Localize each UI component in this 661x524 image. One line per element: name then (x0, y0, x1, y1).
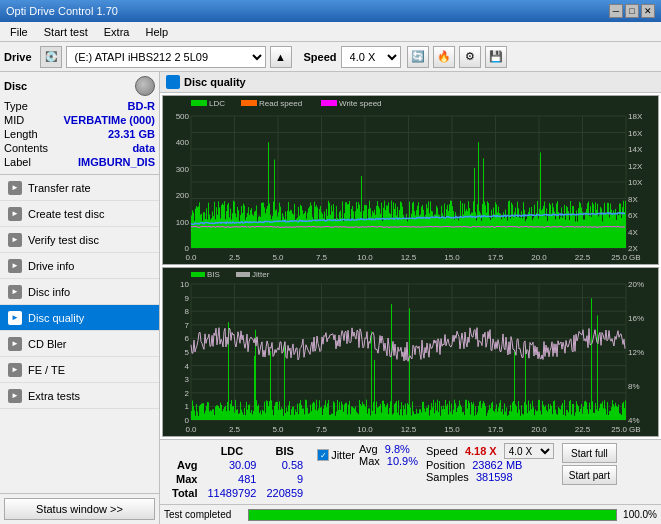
chart2-container (162, 267, 659, 437)
close-button[interactable]: ✕ (641, 4, 655, 18)
chart2-canvas (163, 268, 658, 436)
jitter-section: ✓ Jitter Avg 9.8% Max 10.9% (317, 443, 418, 467)
nav-item-icon-disc-info: ► (8, 285, 22, 299)
drive-icon: 💽 (40, 46, 62, 68)
start-part-button[interactable]: Start part (562, 465, 617, 485)
stats-bis-header: BIS (262, 445, 307, 457)
position-value: 23862 MB (472, 459, 522, 471)
settings-button[interactable]: ⚙ (459, 46, 481, 68)
disc-type-value: BD-R (128, 100, 156, 112)
nav-item-transfer-rate[interactable]: ►Transfer rate (0, 175, 159, 201)
charts-area (160, 93, 661, 439)
chart-header: Disc quality (160, 72, 661, 93)
main-content: Disc Type BD-R MID VERBATIMe (000) Lengt… (0, 72, 661, 524)
disc-type-label: Type (4, 100, 28, 112)
speed-label: Speed (304, 51, 337, 63)
chart-title: Disc quality (184, 76, 246, 88)
chart1-container (162, 95, 659, 265)
disc-contents-row: Contents data (4, 142, 155, 154)
stats-avg-label: Avg (168, 459, 201, 471)
minimize-button[interactable]: ─ (609, 4, 623, 18)
menu-bar: File Start test Extra Help (0, 22, 661, 42)
sidebar: Disc Type BD-R MID VERBATIMe (000) Lengt… (0, 72, 160, 524)
sidebar-bottom: Status window >> (0, 493, 159, 524)
drive-label: Drive (4, 51, 32, 63)
title-bar-text: Opti Drive Control 1.70 (6, 5, 118, 17)
title-bar: Opti Drive Control 1.70 ─ □ ✕ (0, 0, 661, 22)
drive-select[interactable]: (E:) ATAPI iHBS212 2 5L09 (66, 46, 266, 68)
status-text: Test completed (164, 509, 244, 520)
stats-table: LDC BIS Avg 30.09 0.58 Max 481 9 Total 1… (166, 443, 309, 501)
jitter-label: Jitter (331, 449, 355, 461)
progress-bar-inner (249, 510, 616, 520)
status-window-button[interactable]: Status window >> (4, 498, 155, 520)
disc-mid-label: MID (4, 114, 24, 126)
menu-file[interactable]: File (4, 23, 34, 41)
nav-item-disc-info[interactable]: ►Disc info (0, 279, 159, 305)
menu-start-test[interactable]: Start test (38, 23, 94, 41)
nav-item-icon-create-test-disc: ► (8, 207, 22, 221)
nav-item-extra-tests[interactable]: ►Extra tests (0, 383, 159, 409)
jitter-max-row: Max 10.9% (359, 455, 418, 467)
start-buttons: Start full Start part (562, 443, 617, 485)
nav-item-cd-bler[interactable]: ►CD Bler (0, 331, 159, 357)
jitter-values: Avg 9.8% Max 10.9% (359, 443, 418, 467)
nav-item-label-drive-info: Drive info (28, 260, 74, 272)
disc-title: Disc (4, 80, 27, 92)
nav-item-label-cd-bler: CD Bler (28, 338, 67, 350)
start-full-button[interactable]: Start full (562, 443, 617, 463)
jitter-avg-label: Avg (359, 443, 378, 455)
menu-extra[interactable]: Extra (98, 23, 136, 41)
position-row: Position 23862 MB (426, 459, 554, 471)
chart-header-icon (166, 75, 180, 89)
disc-length-row: Length 23.31 GB (4, 128, 155, 140)
toolbar: Drive 💽 (E:) ATAPI iHBS212 2 5L09 ▲ Spee… (0, 42, 661, 72)
disc-type-row: Type BD-R (4, 100, 155, 112)
nav-item-verify-test-disc[interactable]: ►Verify test disc (0, 227, 159, 253)
refresh-button[interactable]: 🔄 (407, 46, 429, 68)
speed-info: Speed 4.18 X 4.0 X Position 23862 MB Sam… (426, 443, 554, 483)
save-button[interactable]: 💾 (485, 46, 507, 68)
bottom-bar: Test completed 100.0% (160, 504, 661, 524)
stats-ldc-header: LDC (203, 445, 260, 457)
speed-value: 4.18 X (465, 445, 497, 457)
disc-header: Disc (4, 76, 155, 96)
nav-item-label-transfer-rate: Transfer rate (28, 182, 91, 194)
nav-item-create-test-disc[interactable]: ►Create test disc (0, 201, 159, 227)
nav-item-icon-extra-tests: ► (8, 389, 22, 403)
jitter-checkbox[interactable]: ✓ (317, 449, 329, 461)
disc-contents-value: data (132, 142, 155, 154)
right-panel: Disc quality LDC BIS Avg (160, 72, 661, 524)
speed-info-label: Speed (426, 445, 458, 457)
position-label: Position (426, 459, 465, 471)
stats-total-bis: 220859 (262, 487, 307, 499)
disc-section: Disc Type BD-R MID VERBATIMe (000) Lengt… (0, 72, 159, 175)
speed-target: 4.0 X (504, 445, 554, 457)
samples-value: 381598 (476, 471, 513, 483)
jitter-avg-row: Avg 9.8% (359, 443, 418, 455)
nav-item-label-fe-te: FE / TE (28, 364, 65, 376)
burn-button[interactable]: 🔥 (433, 46, 455, 68)
disc-mid-value: VERBATIMe (000) (64, 114, 155, 126)
eject-button[interactable]: ▲ (270, 46, 292, 68)
nav-item-drive-info[interactable]: ►Drive info (0, 253, 159, 279)
speed-select[interactable]: 4.0 X (341, 46, 401, 68)
jitter-avg-value: 9.8% (385, 443, 410, 455)
progress-percent: 100.0% (621, 509, 657, 520)
nav-item-disc-quality[interactable]: ►Disc quality (0, 305, 159, 331)
jitter-max-value: 10.9% (387, 455, 418, 467)
stats-total-ldc: 11489792 (203, 487, 260, 499)
nav-item-icon-drive-info: ► (8, 259, 22, 273)
menu-help[interactable]: Help (139, 23, 174, 41)
disc-icon (135, 76, 155, 96)
stats-area: LDC BIS Avg 30.09 0.58 Max 481 9 Total 1… (160, 439, 661, 504)
progress-bar-outer (248, 509, 617, 521)
samples-label: Samples (426, 471, 469, 483)
nav-item-fe-te[interactable]: ►FE / TE (0, 357, 159, 383)
nav-item-icon-verify-test-disc: ► (8, 233, 22, 247)
nav-item-icon-cd-bler: ► (8, 337, 22, 351)
jitter-max-label: Max (359, 455, 380, 467)
speed-target-select[interactable]: 4.0 X (504, 443, 554, 459)
maximize-button[interactable]: □ (625, 4, 639, 18)
nav-section: ►Transfer rate►Create test disc►Verify t… (0, 175, 159, 493)
